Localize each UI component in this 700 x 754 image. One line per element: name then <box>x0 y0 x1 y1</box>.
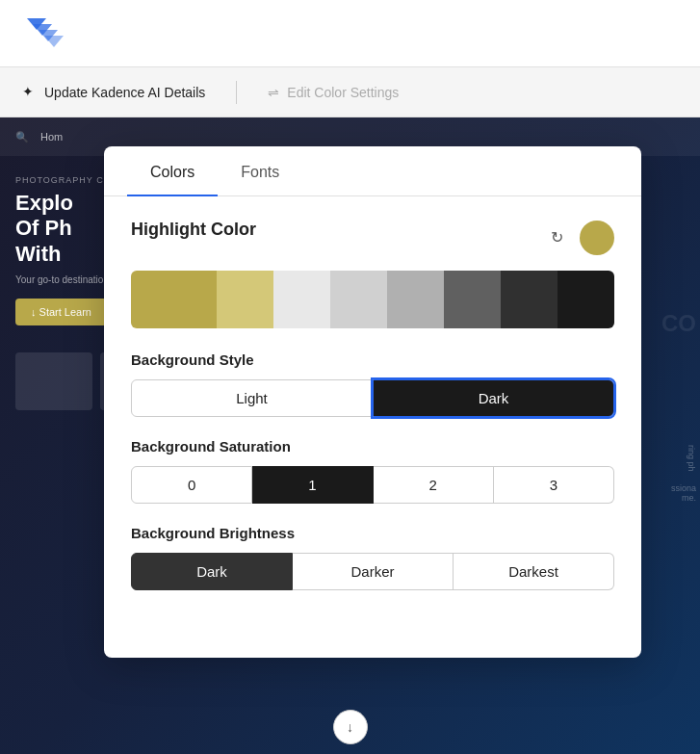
highlight-color-header: Highlight Color ↻ <box>131 220 614 255</box>
swatch-2[interactable] <box>273 271 330 328</box>
sat-1-button[interactable]: 1 <box>252 466 373 504</box>
background-brightness-section: Background Brightness Dark Darker Darkes… <box>131 525 614 590</box>
swatch-6[interactable] <box>501 271 557 328</box>
preview-right-label: ring ph <box>687 445 696 472</box>
preview-nav: Hom <box>40 131 63 143</box>
tab-colors[interactable]: Colors <box>127 146 218 196</box>
swatch-5[interactable] <box>444 271 501 328</box>
toolbar: ✦ Update Kadence AI Details ⇌ Edit Color… <box>0 67 700 117</box>
swatch-1[interactable] <box>217 271 273 328</box>
style-light-button[interactable]: Light <box>131 379 373 417</box>
highlight-controls: ↻ <box>543 221 614 255</box>
download-button[interactable]: ↓ <box>333 710 368 744</box>
modal: Colors Fonts Highlight Color ↻ <box>104 146 641 658</box>
sliders-icon: ⇌ <box>268 85 279 100</box>
update-kadence-ai-button[interactable]: ✦ Update Kadence AI Details <box>19 84 205 101</box>
sat-3-button[interactable]: 3 <box>494 466 614 504</box>
selected-color-dot[interactable] <box>580 221 614 255</box>
background-brightness-label: Background Brightness <box>131 525 614 541</box>
background-style-section: Background Style Light Dark <box>131 351 614 417</box>
swatch-7[interactable] <box>557 271 614 328</box>
sat-2-button[interactable]: 2 <box>374 466 494 504</box>
toolbar-divider <box>236 81 237 104</box>
swatch-4[interactable] <box>387 271 444 328</box>
refresh-icon: ↻ <box>551 228 563 247</box>
preview-co-text: CO <box>661 310 696 337</box>
highlight-color-title: Highlight Color <box>131 220 256 240</box>
brightness-darker-button[interactable]: Darker <box>293 553 454 590</box>
background-saturation-label: Background Saturation <box>131 438 614 455</box>
modal-content: Highlight Color ↻ Background Style Light <box>104 196 641 635</box>
sparkle-icon: ✦ <box>19 84 37 101</box>
modal-tabs: Colors Fonts <box>104 146 641 196</box>
preview-right-label-2: ssiona <box>671 483 696 493</box>
edit-color-label: Edit Color Settings <box>287 85 399 100</box>
brightness-dark-button[interactable]: Dark <box>131 553 293 590</box>
saturation-group: 0 1 2 3 <box>131 466 614 504</box>
background-style-group: Light Dark <box>131 379 614 417</box>
background-style-label: Background Style <box>131 351 614 368</box>
brightness-group: Dark Darker Darkest <box>131 553 614 590</box>
preview-cta-button[interactable]: ↓ Start Learn <box>15 299 107 325</box>
download-icon: ↓ <box>347 719 353 735</box>
swatch-0[interactable] <box>131 271 217 328</box>
update-kadence-label: Update Kadence AI Details <box>44 85 205 100</box>
swatch-3[interactable] <box>330 271 387 328</box>
refresh-color-button[interactable]: ↻ <box>543 224 570 251</box>
edit-color-settings-button[interactable]: ⇌ Edit Color Settings <box>268 85 399 100</box>
sat-0-button[interactable]: 0 <box>131 466 252 504</box>
top-bar <box>0 0 700 67</box>
background-saturation-section: Background Saturation 0 1 2 3 <box>131 438 614 504</box>
logo <box>19 10 72 58</box>
color-swatches <box>131 271 614 328</box>
preview-image-1 <box>15 352 92 410</box>
style-dark-button[interactable]: Dark <box>373 379 614 417</box>
brightness-darkest-button[interactable]: Darkest <box>454 553 614 590</box>
preview-right-label-3: me. <box>682 493 696 503</box>
tab-fonts[interactable]: Fonts <box>218 146 302 196</box>
preview-nav-item: Hom <box>40 131 63 143</box>
